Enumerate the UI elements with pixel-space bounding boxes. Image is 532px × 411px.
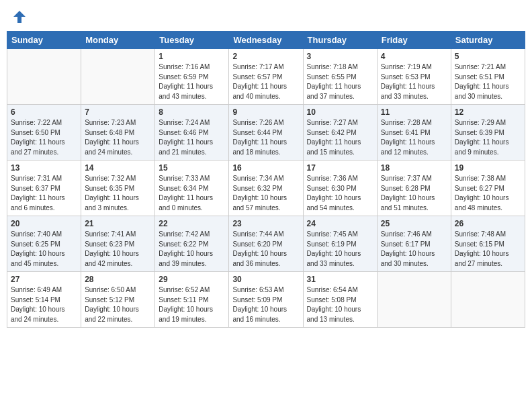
day-number: 8 <box>159 107 225 117</box>
calendar-cell: 17Sunrise: 7:36 AM Sunset: 6:30 PM Dayli… <box>303 161 377 216</box>
day-info: Sunrise: 7:32 AM Sunset: 6:35 PM Dayligh… <box>85 174 151 213</box>
day-info: Sunrise: 7:28 AM Sunset: 6:41 PM Dayligh… <box>381 118 447 157</box>
day-info: Sunrise: 7:29 AM Sunset: 6:39 PM Dayligh… <box>455 118 521 157</box>
day-info: Sunrise: 7:41 AM Sunset: 6:23 PM Dayligh… <box>85 230 151 269</box>
day-info: Sunrise: 7:16 AM Sunset: 6:59 PM Dayligh… <box>159 62 225 101</box>
calendar-cell: 16Sunrise: 7:34 AM Sunset: 6:32 PM Dayli… <box>229 161 303 216</box>
calendar-cell: 26Sunrise: 7:48 AM Sunset: 6:15 PM Dayli… <box>451 216 525 272</box>
day-info: Sunrise: 7:19 AM Sunset: 6:53 PM Dayligh… <box>381 62 447 101</box>
calendar-cell: 14Sunrise: 7:32 AM Sunset: 6:35 PM Dayli… <box>81 161 155 216</box>
day-number: 16 <box>232 163 299 173</box>
day-info: Sunrise: 7:38 AM Sunset: 6:27 PM Dayligh… <box>455 174 521 213</box>
day-number: 22 <box>159 219 225 228</box>
calendar-cell: 27Sunrise: 6:49 AM Sunset: 5:14 PM Dayli… <box>7 272 81 328</box>
column-header-monday: Monday <box>81 32 155 49</box>
calendar-week-row: 1Sunrise: 7:16 AM Sunset: 6:59 PM Daylig… <box>7 49 525 105</box>
day-number: 5 <box>455 52 521 61</box>
day-info: Sunrise: 7:17 AM Sunset: 6:57 PM Dayligh… <box>232 62 299 101</box>
calendar-cell: 19Sunrise: 7:38 AM Sunset: 6:27 PM Dayli… <box>451 161 525 216</box>
day-info: Sunrise: 7:24 AM Sunset: 6:46 PM Dayligh… <box>159 118 225 157</box>
day-info: Sunrise: 7:23 AM Sunset: 6:48 PM Dayligh… <box>85 118 151 157</box>
calendar-table: SundayMondayTuesdayWednesdayThursdayFrid… <box>7 31 525 328</box>
day-info: Sunrise: 7:36 AM Sunset: 6:30 PM Dayligh… <box>307 174 373 213</box>
day-number: 2 <box>232 52 299 61</box>
day-info: Sunrise: 7:31 AM Sunset: 6:37 PM Dayligh… <box>11 174 77 213</box>
calendar-cell: 29Sunrise: 6:52 AM Sunset: 5:11 PM Dayli… <box>155 272 229 328</box>
day-number: 20 <box>11 219 77 228</box>
day-info: Sunrise: 7:42 AM Sunset: 6:22 PM Dayligh… <box>159 230 225 269</box>
calendar-cell <box>451 272 525 328</box>
calendar-week-row: 13Sunrise: 7:31 AM Sunset: 6:37 PM Dayli… <box>7 161 525 216</box>
day-number: 17 <box>307 163 373 173</box>
column-header-friday: Friday <box>377 32 451 49</box>
calendar-cell: 18Sunrise: 7:37 AM Sunset: 6:28 PM Dayli… <box>377 161 451 216</box>
day-info: Sunrise: 7:18 AM Sunset: 6:55 PM Dayligh… <box>307 62 373 101</box>
calendar-header-row: SundayMondayTuesdayWednesdayThursdayFrid… <box>7 32 525 49</box>
day-number: 26 <box>455 219 521 228</box>
day-info: Sunrise: 7:27 AM Sunset: 6:42 PM Dayligh… <box>307 118 373 157</box>
day-number: 23 <box>232 219 299 228</box>
calendar-cell: 9Sunrise: 7:26 AM Sunset: 6:44 PM Daylig… <box>229 105 303 161</box>
calendar-cell: 12Sunrise: 7:29 AM Sunset: 6:39 PM Dayli… <box>451 105 525 161</box>
day-number: 19 <box>455 163 521 173</box>
column-header-saturday: Saturday <box>451 32 525 49</box>
day-number: 9 <box>232 107 299 117</box>
calendar-week-row: 20Sunrise: 7:40 AM Sunset: 6:25 PM Dayli… <box>7 216 525 272</box>
calendar-cell: 22Sunrise: 7:42 AM Sunset: 6:22 PM Dayli… <box>155 216 229 272</box>
day-number: 28 <box>85 275 151 284</box>
day-info: Sunrise: 6:52 AM Sunset: 5:11 PM Dayligh… <box>159 285 225 324</box>
column-header-thursday: Thursday <box>303 32 377 49</box>
day-number: 18 <box>381 163 447 173</box>
day-number: 12 <box>455 107 521 117</box>
calendar-cell: 4Sunrise: 7:19 AM Sunset: 6:53 PM Daylig… <box>377 49 451 105</box>
calendar-cell <box>377 272 451 328</box>
day-info: Sunrise: 7:34 AM Sunset: 6:32 PM Dayligh… <box>232 174 299 213</box>
day-info: Sunrise: 6:49 AM Sunset: 5:14 PM Dayligh… <box>11 285 77 324</box>
calendar-week-row: 6Sunrise: 7:22 AM Sunset: 6:50 PM Daylig… <box>7 105 525 161</box>
calendar-cell: 8Sunrise: 7:24 AM Sunset: 6:46 PM Daylig… <box>155 105 229 161</box>
day-number: 30 <box>232 275 299 284</box>
day-info: Sunrise: 7:45 AM Sunset: 6:19 PM Dayligh… <box>307 230 373 269</box>
day-number: 14 <box>85 163 151 173</box>
day-number: 3 <box>307 52 373 61</box>
svg-marker-0 <box>13 11 26 23</box>
day-info: Sunrise: 7:21 AM Sunset: 6:51 PM Dayligh… <box>455 62 521 101</box>
day-info: Sunrise: 7:37 AM Sunset: 6:28 PM Dayligh… <box>381 174 447 213</box>
calendar-cell: 11Sunrise: 7:28 AM Sunset: 6:41 PM Dayli… <box>377 105 451 161</box>
logo <box>11 9 27 24</box>
calendar-cell: 25Sunrise: 7:46 AM Sunset: 6:17 PM Dayli… <box>377 216 451 272</box>
calendar-cell: 28Sunrise: 6:50 AM Sunset: 5:12 PM Dayli… <box>81 272 155 328</box>
day-number: 11 <box>381 107 447 117</box>
page-header <box>7 7 525 27</box>
calendar-cell: 2Sunrise: 7:17 AM Sunset: 6:57 PM Daylig… <box>229 49 303 105</box>
calendar-cell: 1Sunrise: 7:16 AM Sunset: 6:59 PM Daylig… <box>155 49 229 105</box>
calendar-cell <box>7 49 81 105</box>
day-number: 1 <box>159 52 225 61</box>
day-info: Sunrise: 6:50 AM Sunset: 5:12 PM Dayligh… <box>85 285 151 324</box>
calendar-cell: 6Sunrise: 7:22 AM Sunset: 6:50 PM Daylig… <box>7 105 81 161</box>
calendar-cell: 5Sunrise: 7:21 AM Sunset: 6:51 PM Daylig… <box>451 49 525 105</box>
day-number: 15 <box>159 163 225 173</box>
day-number: 6 <box>11 107 77 117</box>
logo-icon <box>12 9 27 27</box>
calendar-cell: 30Sunrise: 6:53 AM Sunset: 5:09 PM Dayli… <box>229 272 303 328</box>
calendar-cell: 21Sunrise: 7:41 AM Sunset: 6:23 PM Dayli… <box>81 216 155 272</box>
day-number: 27 <box>11 275 77 284</box>
column-header-wednesday: Wednesday <box>229 32 303 49</box>
column-header-tuesday: Tuesday <box>155 32 229 49</box>
calendar-cell: 20Sunrise: 7:40 AM Sunset: 6:25 PM Dayli… <box>7 216 81 272</box>
day-info: Sunrise: 6:54 AM Sunset: 5:08 PM Dayligh… <box>307 285 373 324</box>
day-info: Sunrise: 6:53 AM Sunset: 5:09 PM Dayligh… <box>232 285 299 324</box>
day-number: 31 <box>307 275 373 284</box>
calendar-cell: 31Sunrise: 6:54 AM Sunset: 5:08 PM Dayli… <box>303 272 377 328</box>
day-info: Sunrise: 7:26 AM Sunset: 6:44 PM Dayligh… <box>232 118 299 157</box>
calendar-cell: 24Sunrise: 7:45 AM Sunset: 6:19 PM Dayli… <box>303 216 377 272</box>
calendar-cell: 10Sunrise: 7:27 AM Sunset: 6:42 PM Dayli… <box>303 105 377 161</box>
day-number: 7 <box>85 107 151 117</box>
day-number: 4 <box>381 52 447 61</box>
day-info: Sunrise: 7:44 AM Sunset: 6:20 PM Dayligh… <box>232 230 299 269</box>
day-info: Sunrise: 7:33 AM Sunset: 6:34 PM Dayligh… <box>159 174 225 213</box>
calendar-cell: 15Sunrise: 7:33 AM Sunset: 6:34 PM Dayli… <box>155 161 229 216</box>
day-number: 10 <box>307 107 373 117</box>
calendar-cell: 23Sunrise: 7:44 AM Sunset: 6:20 PM Dayli… <box>229 216 303 272</box>
